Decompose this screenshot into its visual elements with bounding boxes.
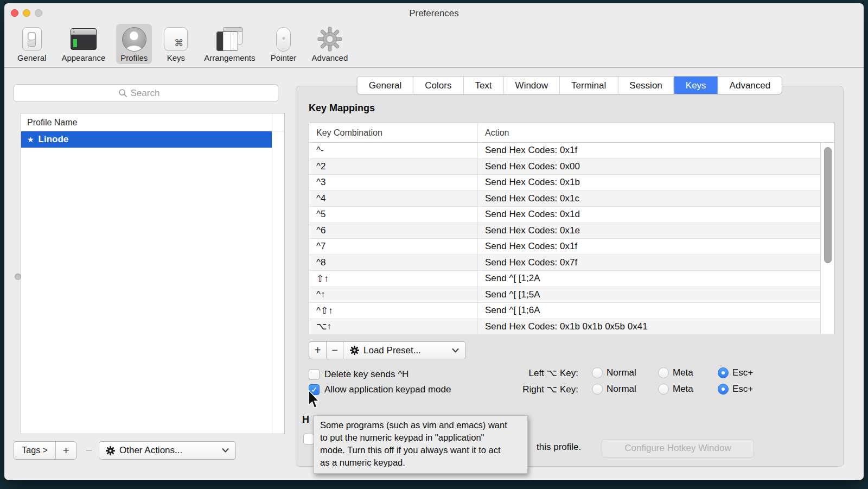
gear-icon <box>350 346 359 355</box>
tab-colors[interactable]: Colors <box>413 77 463 94</box>
load-preset-dropdown[interactable]: Load Preset... <box>343 342 465 359</box>
column-header-key[interactable]: Key Combination <box>309 128 477 138</box>
close-button[interactable] <box>11 9 18 17</box>
toolbar-item-arrangements[interactable]: Arrangements <box>200 24 259 64</box>
configure-hotkey-window-button[interactable]: Configure Hotkey Window <box>602 439 754 458</box>
search-field[interactable] <box>14 84 278 102</box>
key-mappings-title: Key Mappings <box>309 103 375 114</box>
toolbar-item-label: Profiles <box>120 53 148 62</box>
gear-icon <box>317 26 343 52</box>
mouse-icon <box>271 26 297 52</box>
profile-row-linode[interactable]: ★ Linode <box>21 131 272 148</box>
remove-profile-button[interactable]: − <box>80 441 98 460</box>
radio-option-normal[interactable]: Normal <box>592 384 658 395</box>
right-option-key-row: Right ⌥ Key: Normal Meta Esc+ <box>426 383 806 396</box>
window-title: Preferences <box>4 3 864 24</box>
table-row[interactable]: ^2Send Hex Codes: 0x00 <box>309 159 834 175</box>
profile-tabs: General Colors Text Window Terminal Sess… <box>357 76 782 94</box>
terminal-window-icon: × <box>71 26 97 52</box>
table-scrollbar[interactable] <box>820 143 834 334</box>
profile-list: Profile Name ★ Linode <box>21 113 285 434</box>
hotkey-checkbox[interactable] <box>303 434 314 444</box>
hotkey-text-fragment: this profile. <box>537 442 581 453</box>
chevron-down-icon <box>452 348 459 353</box>
add-profile-button[interactable]: + <box>55 442 76 459</box>
radio-option-normal[interactable]: Normal <box>592 367 658 378</box>
toolbar-item-general[interactable]: General <box>13 24 50 64</box>
table-row[interactable]: ^5Send Hex Codes: 0x1d <box>309 207 834 223</box>
tab-window[interactable]: Window <box>503 77 559 94</box>
key-mappings-table: Key Combination Action ^-Send Hex Codes:… <box>309 123 835 334</box>
radio-option-esc[interactable]: Esc+ <box>718 384 753 395</box>
other-actions-button[interactable]: Other Actions... <box>99 441 236 460</box>
toolbar-item-keys[interactable]: ⌘ Keys <box>158 24 193 64</box>
minimize-button[interactable] <box>23 9 30 17</box>
right-option-key-label: Right ⌥ Key: <box>426 384 578 395</box>
toolbar-item-profiles[interactable]: Profiles <box>116 24 152 64</box>
preferences-window: Preferences General × Appearance Profile… <box>4 3 864 480</box>
tab-keys[interactable]: Keys <box>674 77 718 94</box>
profile-settings-panel: General Colors Text Window Terminal Sess… <box>296 86 844 467</box>
radio-option-meta[interactable]: Meta <box>658 384 718 395</box>
person-icon <box>121 26 147 52</box>
table-row[interactable]: ^4Send Hex Codes: 0x1c <box>309 191 834 207</box>
radio-option-meta[interactable]: Meta <box>658 367 718 378</box>
split-divider-dimple[interactable] <box>15 274 21 280</box>
radio-option-esc[interactable]: Esc+ <box>718 367 753 378</box>
remove-mapping-button[interactable]: − <box>326 342 343 359</box>
toolbar-item-label: Appearance <box>61 53 105 62</box>
radio-icon[interactable] <box>592 367 603 378</box>
command-key-icon: ⌘ <box>163 26 189 52</box>
table-header: Key Combination Action <box>309 123 834 143</box>
toolbar-item-appearance[interactable]: × Appearance <box>57 24 110 64</box>
left-option-key-row: Left ⌥ Key: Normal Meta Esc+ <box>426 366 806 379</box>
star-icon: ★ <box>27 135 34 144</box>
table-row[interactable]: ^6Send Hex Codes: 0x1e <box>309 223 834 239</box>
tags-button[interactable]: Tags > <box>14 442 55 459</box>
table-row[interactable]: ⌥↑Send Hex Codes: 0x1b 0x1b 0x5b 0x41 <box>309 319 834 335</box>
scrollbar-thumb[interactable] <box>824 147 832 263</box>
radio-icon[interactable] <box>592 384 603 395</box>
hotkey-heading-fragment: H <box>302 414 309 426</box>
tags-button-group: Tags > + <box>14 441 76 460</box>
chevron-down-icon <box>222 448 229 453</box>
keypad-mode-tooltip: Some programs (such as vim and emacs) wa… <box>314 415 528 474</box>
search-icon <box>118 88 127 98</box>
toolbar-item-label: Advanced <box>312 53 348 62</box>
tab-terminal[interactable]: Terminal <box>559 77 617 94</box>
radio-icon[interactable] <box>658 367 669 378</box>
toolbar-item-label: Arrangements <box>204 53 255 62</box>
profile-list-header: Profile Name <box>21 113 284 131</box>
profile-name: Linode <box>39 134 69 145</box>
checkbox-label: Delete key sends ^H <box>324 369 409 380</box>
left-option-key-label: Left ⌥ Key: <box>426 367 578 379</box>
gear-icon <box>106 446 115 455</box>
tab-text[interactable]: Text <box>463 77 503 94</box>
column-header-action[interactable]: Action <box>477 128 834 138</box>
radio-icon-selected[interactable] <box>718 367 729 378</box>
table-controls: + − Load Pres <box>309 341 466 359</box>
table-row[interactable]: ^7Send Hex Codes: 0x1f <box>309 239 834 255</box>
toolbar-item-pointer[interactable]: Pointer <box>266 24 301 64</box>
toolbar-item-advanced[interactable]: Advanced <box>308 24 353 64</box>
add-mapping-button[interactable]: + <box>309 342 326 359</box>
table-row[interactable]: ^8Send Hex Codes: 0x7f <box>309 255 834 271</box>
windows-icon <box>216 26 242 52</box>
table-row[interactable]: ^↑Send ^[ [1;5A <box>309 287 834 303</box>
titlebar: Preferences <box>4 3 864 23</box>
tab-general[interactable]: General <box>358 77 413 94</box>
search-input[interactable] <box>131 88 174 99</box>
radio-icon-selected[interactable] <box>718 384 729 395</box>
tab-advanced[interactable]: Advanced <box>718 77 782 94</box>
other-actions-label: Other Actions... <box>119 445 218 456</box>
table-row[interactable]: ⇧↑Send ^[ [1;2A <box>309 271 834 287</box>
table-row[interactable]: ^3Send Hex Codes: 0x1b <box>309 175 834 191</box>
table-row[interactable]: ^⇧↑Send ^[ [1;6A <box>309 303 834 319</box>
preferences-toolbar: General × Appearance Profiles ⌘ Keys Arr… <box>4 23 864 68</box>
mouse-cursor-icon <box>307 390 321 412</box>
tab-session[interactable]: Session <box>617 77 673 94</box>
delete-key-checkbox[interactable] <box>309 369 320 380</box>
zoom-button[interactable] <box>35 9 42 17</box>
radio-icon[interactable] <box>658 384 669 395</box>
table-row[interactable]: ^-Send Hex Codes: 0x1f <box>309 143 834 159</box>
